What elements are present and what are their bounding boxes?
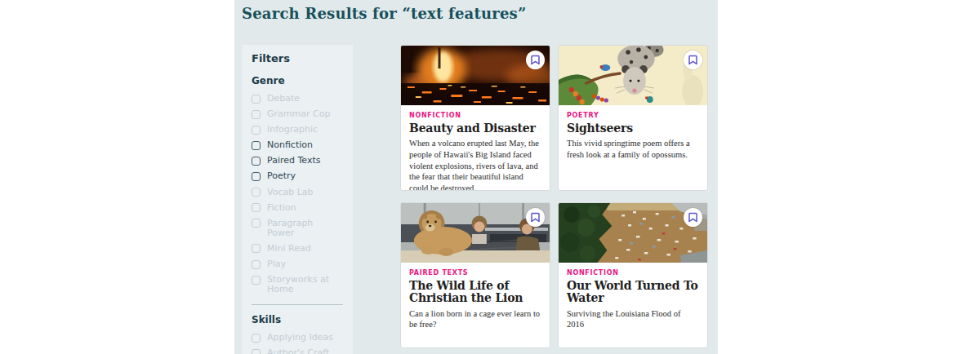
bookmark-icon xyxy=(688,212,698,223)
filter-checkbox-debate: Debate xyxy=(252,94,343,104)
filter-label: Storyworks at Home xyxy=(267,275,343,294)
result-card-sightseers[interactable]: POETRY Sightseers This vivid springtime … xyxy=(558,45,708,191)
bookmark-icon xyxy=(530,55,541,65)
card-body: PAIRED TEXTS The Wild Life of Christian … xyxy=(401,263,550,337)
card-description: Can a lion born in a cage ever learn to … xyxy=(409,308,541,330)
filter-checkbox-fiction: Fiction xyxy=(252,203,343,213)
checkbox-icon xyxy=(252,203,261,212)
filter-checkbox-mini-read: Mini Read xyxy=(252,244,343,254)
card-category-label: POETRY xyxy=(567,112,699,119)
filter-label: Nonfiction xyxy=(267,140,313,150)
checkbox-icon[interactable] xyxy=(252,141,261,150)
card-description: Surviving the Louisiana Flood of 2016 xyxy=(567,308,699,330)
filter-label: Play xyxy=(267,259,286,269)
bookmark-button[interactable] xyxy=(684,51,702,69)
card-title: Sightseers xyxy=(567,122,699,135)
checkbox-icon xyxy=(252,334,261,343)
filter-checkbox-storyworks-at-home: Storyworks at Home xyxy=(252,275,343,294)
card-body: POETRY Sightseers This vivid springtime … xyxy=(559,105,707,167)
card-category-label: PAIRED TEXTS xyxy=(409,269,541,277)
genre-section-heading: Genre xyxy=(252,75,343,86)
filter-label: Grammar Cop xyxy=(267,109,330,119)
filter-checkbox-paired-texts[interactable]: Paired Texts xyxy=(252,156,343,166)
filter-label: Poetry xyxy=(267,171,296,181)
card-body: NONFICTION Beauty and Disaster When a vo… xyxy=(401,105,550,191)
card-category-label: NONFICTION xyxy=(567,269,699,277)
bookmark-icon xyxy=(530,212,541,223)
search-results-grid: NONFICTION Beauty and Disaster When a vo… xyxy=(400,45,709,348)
checkbox-icon xyxy=(252,126,261,135)
filter-checkbox-nonfiction[interactable]: Nonfiction xyxy=(252,140,343,150)
filter-checkbox-applying-ideas: Applying Ideas xyxy=(252,333,343,343)
checkbox-icon xyxy=(252,276,261,285)
checkbox-icon xyxy=(252,349,261,354)
card-description: When a volcano erupted last May, the peo… xyxy=(409,138,541,191)
filter-checkbox-authors-craft: Author's Craft xyxy=(252,348,343,354)
result-card-beauty-and-disaster[interactable]: NONFICTION Beauty and Disaster When a vo… xyxy=(400,45,550,191)
filter-checkbox-vocab-lab: Vocab Lab xyxy=(252,188,343,197)
page-title: Search Results for “text features” xyxy=(242,5,527,22)
checkbox-icon xyxy=(252,244,261,253)
checkbox-icon[interactable] xyxy=(252,157,261,166)
card-title: The Wild Life of Christian the Lion xyxy=(409,280,541,305)
card-description: This vivid springtime poem offers a fres… xyxy=(567,138,699,160)
filter-checkbox-poetry[interactable]: Poetry xyxy=(252,171,343,181)
bookmark-button[interactable] xyxy=(526,51,545,69)
filter-label: Mini Read xyxy=(267,244,311,254)
card-category-label: NONFICTION xyxy=(409,112,541,119)
filter-label: Vocab Lab xyxy=(267,188,314,197)
bookmark-button[interactable] xyxy=(684,208,702,227)
search-results-page: Search Results for “text features” Filte… xyxy=(0,0,980,354)
filter-checkbox-infographic: Infographic xyxy=(252,125,343,135)
skills-section-heading: Skills xyxy=(252,314,343,325)
filter-label: Fiction xyxy=(267,203,296,213)
bookmark-button[interactable] xyxy=(526,208,545,227)
checkbox-icon xyxy=(252,110,261,119)
checkbox-icon xyxy=(252,95,261,104)
filter-label: Paired Texts xyxy=(267,156,320,166)
card-body: NONFICTION Our World Turned To Water Sur… xyxy=(559,263,707,337)
checkbox-icon[interactable] xyxy=(252,172,261,181)
filter-label: Debate xyxy=(267,94,300,104)
filters-sidebar: Filters Genre Debate Grammar Cop Infogra… xyxy=(242,45,353,354)
filter-checkbox-play: Play xyxy=(252,259,343,269)
sidebar-divider xyxy=(252,304,343,305)
card-title: Our World Turned To Water xyxy=(567,280,699,305)
filter-checkbox-grammar-cop: Grammar Cop xyxy=(252,109,343,119)
bookmark-icon xyxy=(688,55,698,65)
filter-label: Author's Craft xyxy=(267,348,329,354)
filters-title: Filters xyxy=(252,52,343,64)
filter-label: Applying Ideas xyxy=(267,333,333,343)
filter-label: Paragraph Power xyxy=(267,219,343,238)
result-card-wild-life-of-christian-the-lion[interactable]: PAIRED TEXTS The Wild Life of Christian … xyxy=(400,202,550,348)
card-title: Beauty and Disaster xyxy=(409,122,541,135)
checkbox-icon xyxy=(252,219,261,228)
checkbox-icon xyxy=(252,260,261,269)
filter-label: Infographic xyxy=(267,125,318,135)
filter-checkbox-paragraph-power: Paragraph Power xyxy=(252,219,343,238)
result-card-our-world-turned-to-water[interactable]: NONFICTION Our World Turned To Water Sur… xyxy=(558,202,708,348)
checkbox-icon xyxy=(252,188,261,197)
